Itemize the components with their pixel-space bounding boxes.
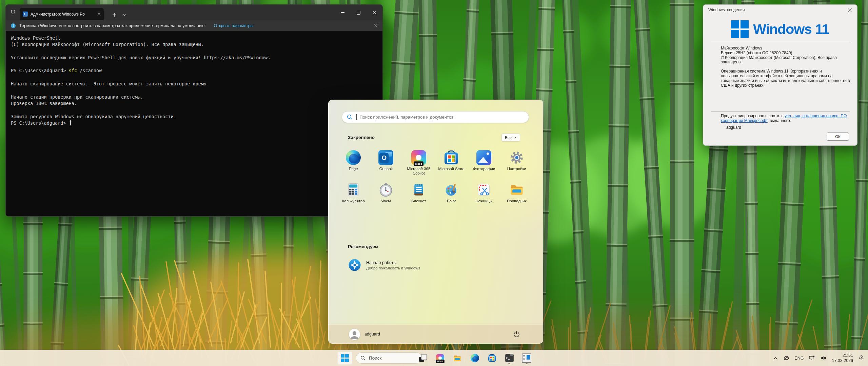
onedrive-paused-icon[interactable] — [783, 355, 789, 361]
pinned-app-photos[interactable]: Фотографии — [468, 147, 500, 180]
running-indicator — [526, 363, 528, 364]
hidden-icons-chevron-icon[interactable] — [773, 356, 778, 361]
tab-close-icon[interactable] — [97, 13, 101, 16]
search-icon — [347, 114, 353, 120]
terminal-line: Защита ресурсов Windows не обнаружила на… — [11, 114, 382, 120]
paint-icon — [444, 182, 459, 197]
file-explorer-icon — [509, 182, 524, 197]
volume-icon[interactable] — [820, 355, 827, 361]
avatar — [349, 329, 360, 340]
pinned-app-clock[interactable]: Часы — [370, 180, 402, 212]
minimize-button[interactable] — [335, 5, 351, 20]
divider — [711, 111, 850, 111]
windows-logo-icon — [731, 20, 749, 38]
photos-icon — [476, 150, 491, 165]
divider — [711, 42, 850, 42]
microsoft-store-icon — [488, 354, 496, 362]
terminal-cursor — [70, 120, 71, 125]
start-menu: Поиск приложений, параметров и документо… — [328, 100, 543, 344]
calculator-icon — [346, 182, 361, 197]
pinned-app-paint[interactable]: Paint — [435, 180, 468, 212]
terminal-line: Проверка 100% завершена. — [11, 100, 382, 107]
terminal-window: Администратор: Windows Po Терминал Windo… — [5, 4, 383, 217]
terminal-info-banner: Терминал Windows можно настроить в парам… — [6, 20, 382, 31]
tab-dropdown-chevron-icon[interactable] — [119, 13, 130, 17]
user-profile-button[interactable]: adguard — [349, 329, 380, 340]
terminal-tab-powershell[interactable]: Администратор: Windows Po — [20, 8, 104, 20]
search-icon — [360, 355, 366, 361]
m365-badge: M365 — [414, 161, 423, 166]
pinned-app-settings[interactable]: Настройки — [500, 147, 533, 180]
tray-time: 21:51 — [832, 353, 853, 358]
taskbar-winver-window-button[interactable] — [520, 351, 533, 365]
notepad-icon — [411, 182, 426, 197]
license-text: Продукт лицензирован в соотв. с усл. лиц… — [721, 114, 850, 123]
recommended-item-title: Начало работы — [366, 260, 420, 265]
about-windows-dialog: Windows: сведения Windows 11 Майкрософт … — [703, 4, 857, 146]
pinned-app-edge[interactable]: Edge — [337, 147, 370, 180]
terminal-output[interactable]: Windows PowerShell (C) Корпорация Майкро… — [6, 31, 382, 216]
svg-text:z: z — [861, 356, 862, 359]
taskbar-microsoft-store-button[interactable] — [485, 351, 499, 365]
running-indicator — [508, 363, 510, 364]
pinned-app-microsoft-store[interactable]: Microsoft Store — [435, 147, 468, 180]
desktop: Администратор: Windows Po Терминал Windo… — [0, 0, 868, 366]
network-icon[interactable] — [809, 355, 815, 361]
copyright: © Корпорация Майкрософт (Microsoft Corpo… — [721, 56, 850, 65]
get-started-icon — [348, 258, 361, 272]
taskbar-terminal-button[interactable] — [502, 351, 516, 365]
pinned-app-m365-copilot[interactable]: M365 Microsoft 365 Copilot — [402, 147, 435, 180]
pinned-app-outlook[interactable]: Outlook — [370, 147, 402, 180]
taskbar-m365-copilot-button[interactable]: M365 — [433, 351, 447, 365]
start-menu-footer: adguard — [329, 325, 543, 343]
terminal-titlebar[interactable]: Администратор: Windows Po — [6, 5, 382, 20]
task-view-button[interactable] — [416, 351, 430, 365]
terminal-line: (C) Корпорация Майкрософт (Microsoft Cor… — [11, 41, 382, 48]
chevron-right-icon — [514, 136, 517, 139]
licensee-name: adguard — [726, 125, 741, 130]
recommended-item-subtitle: Добро пожаловать в Windows — [366, 266, 420, 270]
task-view-icon — [419, 354, 427, 362]
taskbar-search-placeholder: Поиск — [369, 355, 381, 361]
start-button[interactable] — [337, 351, 352, 365]
pinned-app-notepad[interactable]: Блокнот — [402, 180, 435, 212]
powershell-icon — [23, 12, 28, 17]
recommended-header: Рекомендуем — [348, 244, 378, 249]
notification-bell-dnd-icon[interactable]: z — [858, 355, 865, 361]
taskbar-search-box[interactable]: Поиск — [356, 352, 422, 364]
taskbar-file-explorer-button[interactable] — [451, 351, 464, 365]
taskbar-edge-button[interactable] — [468, 351, 481, 365]
pinned-apps-grid: Edge Outlook M365 Microsoft 365 Copilot … — [337, 147, 533, 212]
new-tab-button[interactable] — [109, 13, 119, 17]
close-button[interactable] — [367, 5, 382, 20]
recommended-item-get-started[interactable]: Начало работы Добро пожаловать в Windows — [345, 255, 450, 275]
outlook-icon — [378, 150, 393, 165]
maximize-button[interactable] — [351, 5, 367, 20]
product-name: Майкрософт Windows — [721, 46, 850, 51]
language-indicator[interactable]: ENG — [794, 356, 804, 361]
terminal-line: Windows PowerShell — [11, 35, 382, 41]
terminal-icon — [505, 354, 514, 362]
open-settings-link[interactable]: Открыть параметры — [214, 23, 254, 28]
pinned-app-calculator[interactable]: Калькулятор — [337, 180, 370, 212]
all-apps-button[interactable]: Все — [501, 134, 520, 141]
dialog-close-icon[interactable] — [847, 7, 853, 14]
power-icon — [513, 331, 520, 338]
terminal-command-line: PS C:\Users\adguard> sfc /scannow — [11, 67, 382, 74]
ok-button[interactable]: ОК — [827, 133, 849, 141]
winver-body-text: Майкрософт Windows Версия 25H2 (сборка О… — [721, 46, 850, 88]
banner-close-icon[interactable] — [374, 24, 378, 27]
clock[interactable]: 21:51 17.02.2026 — [832, 353, 853, 363]
pinned-app-file-explorer[interactable]: Проводник — [500, 180, 533, 212]
edition-description: Операционная система Windows 11 Корпорат… — [721, 69, 850, 88]
terminal-line: Установите последнюю версию PowerShell д… — [11, 55, 382, 61]
start-search-box[interactable]: Поиск приложений, параметров и документо… — [342, 111, 529, 123]
terminal-line: Начато сканирование системы. Этот процес… — [11, 81, 382, 87]
edge-icon — [346, 150, 361, 165]
dialog-title: Windows: сведения — [708, 7, 745, 12]
text-caret — [356, 114, 357, 120]
snipping-tool-icon — [476, 182, 491, 197]
window-icon — [522, 353, 531, 363]
power-button[interactable] — [510, 328, 522, 340]
pinned-app-snipping-tool[interactable]: Ножницы — [468, 180, 500, 212]
